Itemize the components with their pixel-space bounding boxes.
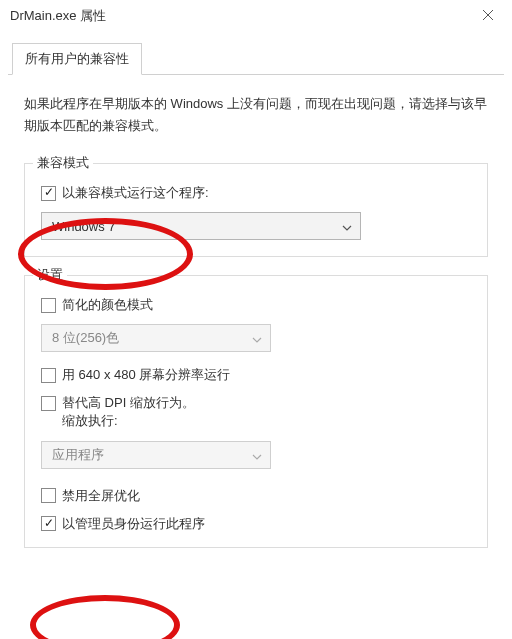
row-run-compat: 以兼容模式运行这个程序: [41,184,471,202]
checkbox-run-as-admin[interactable] [41,516,56,531]
group-compat-mode: 兼容模式 以兼容模式运行这个程序: Windows 7 [24,163,488,257]
chevron-down-icon [252,333,262,343]
checkbox-disable-fullscreen[interactable] [41,488,56,503]
checkbox-dpi-override[interactable] [41,396,56,411]
label-disable-fullscreen: 禁用全屏优化 [62,487,140,505]
titlebar: DrMain.exe 属性 [0,0,512,32]
label-640x480: 用 640 x 480 屏幕分辨率运行 [62,366,230,384]
group-settings: 设置 简化的颜色模式 8 位(256)色 用 640 x 480 屏幕分辨率运行… [24,275,488,547]
select-color-mode-value: 8 位(256)色 [52,329,119,347]
intro-text: 如果此程序在早期版本的 Windows 上没有问题，而现在出现问题，请选择与该早… [24,93,488,137]
close-button[interactable] [468,2,508,30]
select-compat-os-value: Windows 7 [52,219,116,234]
checkbox-run-compat[interactable] [41,186,56,201]
select-compat-os[interactable]: Windows 7 [41,212,361,240]
row-640x480: 用 640 x 480 屏幕分辨率运行 [41,366,471,384]
label-reduced-color: 简化的颜色模式 [62,296,153,314]
row-disable-fullscreen: 禁用全屏优化 [41,487,471,505]
label-dpi-override-l2: 缩放执行: [62,413,118,428]
checkbox-reduced-color[interactable] [41,298,56,313]
tab-compatibility-all-users[interactable]: 所有用户的兼容性 [12,43,142,75]
group-title-compat: 兼容模式 [33,154,93,172]
window-title: DrMain.exe 属性 [10,7,106,25]
chevron-down-icon [342,221,352,231]
row-reduced-color: 简化的颜色模式 [41,296,471,314]
select-dpi-performer-value: 应用程序 [52,446,104,464]
group-title-settings: 设置 [33,266,67,284]
label-run-compat: 以兼容模式运行这个程序: [62,184,209,202]
tab-content: 如果此程序在早期版本的 Windows 上没有问题，而现在出现问题，请选择与该早… [8,74,504,639]
select-color-mode: 8 位(256)色 [41,324,271,352]
row-run-as-admin: 以管理员身份运行此程序 [41,515,471,533]
select-dpi-performer: 应用程序 [41,441,271,469]
label-dpi-override-l1: 替代高 DPI 缩放行为。 [62,395,195,410]
checkbox-640x480[interactable] [41,368,56,383]
label-dpi-override: 替代高 DPI 缩放行为。 缩放执行: [62,394,195,430]
tabstrip: 所有用户的兼容性 [12,42,512,74]
close-icon [482,9,494,24]
row-dpi-override: 替代高 DPI 缩放行为。 缩放执行: [41,394,471,430]
chevron-down-icon [252,450,262,460]
label-run-as-admin: 以管理员身份运行此程序 [62,515,205,533]
